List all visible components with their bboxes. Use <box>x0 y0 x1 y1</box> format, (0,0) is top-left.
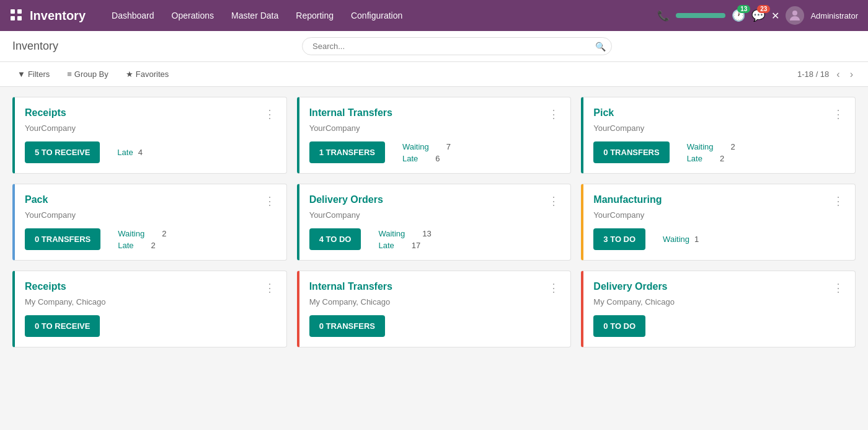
card-menu-button[interactable]: ⋮ <box>833 281 845 295</box>
card-manufacturing-1: Manufacturing ⋮ YourCompany 3 TO DO Wait… <box>581 184 856 261</box>
app-logo[interactable]: Inventory <box>30 9 86 23</box>
card-title[interactable]: Pick <box>593 107 614 119</box>
card-title[interactable]: Delivery Orders <box>593 281 667 292</box>
action-button[interactable]: 0 TRANSFERS <box>593 141 669 163</box>
card-body: 1 TRANSFERS Waiting 7 Late 6 <box>309 141 561 163</box>
card-body: 5 TO RECEIVE Late 4 <box>25 141 277 163</box>
search-icon: 🔍 <box>595 42 606 52</box>
stat-value-1: 6 <box>435 154 440 163</box>
card-internal-transfers-1: Internal Transfers ⋮ YourCompany 1 TRANS… <box>297 97 572 174</box>
menu-item-dashboard[interactable]: Dashboard <box>104 6 162 25</box>
stat-label: Waiting <box>663 235 689 244</box>
card-title[interactable]: Manufacturing <box>593 194 662 205</box>
svg-rect-1 <box>17 9 22 14</box>
card-header: Receipts ⋮ <box>25 281 277 295</box>
stat-value: 4 <box>138 148 143 157</box>
grid-icon[interactable] <box>10 9 22 23</box>
prev-page-button[interactable]: ‹ <box>834 68 842 81</box>
card-menu-button[interactable]: ⋮ <box>548 194 560 208</box>
groupby-label: Group By <box>74 69 108 79</box>
top-menu: Dashboard Operations Master Data Reporti… <box>104 6 657 25</box>
menu-item-reporting[interactable]: Reporting <box>288 6 341 25</box>
card-header: Pick ⋮ <box>593 107 845 121</box>
stat-label-1: Late <box>118 241 133 250</box>
card-menu-button[interactable]: ⋮ <box>548 107 560 121</box>
menu-item-operations[interactable]: Operations <box>164 6 221 25</box>
card-header: Internal Transfers ⋮ <box>309 107 561 121</box>
card-receipts-2: Receipts ⋮ My Company, Chicago 0 TO RECE… <box>12 271 287 347</box>
card-header: Pack ⋮ <box>25 194 277 208</box>
card-menu-button[interactable]: ⋮ <box>264 194 277 208</box>
card-menu-button[interactable]: ⋮ <box>548 281 560 295</box>
cards-grid: Receipts ⋮ YourCompany 5 TO RECEIVE Late… <box>0 87 868 357</box>
card-internal-transfers-2: Internal Transfers ⋮ My Company, Chicago… <box>297 271 572 347</box>
action-button[interactable]: 3 TO DO <box>593 228 645 250</box>
card-header: Receipts ⋮ <box>25 107 277 121</box>
svg-point-4 <box>792 11 797 16</box>
avatar <box>786 6 804 25</box>
svg-rect-2 <box>11 16 15 20</box>
action-button[interactable]: 1 TRANSFERS <box>309 141 385 163</box>
card-body: 0 TRANSFERS <box>309 315 561 337</box>
card-body: 0 TO RECEIVE <box>25 315 277 337</box>
card-body: 0 TO DO <box>593 315 845 337</box>
card-menu-button[interactable]: ⋮ <box>264 281 277 295</box>
activity-badge: 13 <box>737 5 750 13</box>
card-title[interactable]: Internal Transfers <box>309 281 392 292</box>
stat-label: Late <box>117 148 133 157</box>
card-menu-button[interactable]: ⋮ <box>264 107 277 121</box>
card-title[interactable]: Receipts <box>25 281 66 292</box>
action-button[interactable]: 0 TRANSFERS <box>309 315 385 337</box>
action-button[interactable]: 0 TO DO <box>593 315 645 337</box>
chat-icon[interactable]: 💬 23 <box>751 9 765 22</box>
card-header: Delivery Orders ⋮ <box>309 194 561 208</box>
favorites-button[interactable]: ★ Favorites <box>121 67 174 81</box>
groupby-icon: ≡ <box>67 69 72 79</box>
card-body: 0 TRANSFERS Waiting 2 Late 2 <box>593 141 845 163</box>
card-body: 4 TO DO Waiting 13 Late 17 <box>309 228 561 250</box>
action-button[interactable]: 5 TO RECEIVE <box>25 141 100 163</box>
groupby-button[interactable]: ≡ Group By <box>62 67 113 81</box>
close-icon[interactable]: ✕ <box>771 10 779 22</box>
star-icon: ★ <box>126 69 133 79</box>
card-pack-1: Pack ⋮ YourCompany 0 TRANSFERS Waiting 2… <box>12 184 287 261</box>
svg-rect-0 <box>11 9 15 14</box>
svg-rect-3 <box>17 16 22 20</box>
stat-label-0: Waiting <box>687 142 714 151</box>
card-title[interactable]: Internal Transfers <box>309 107 392 119</box>
chat-badge: 23 <box>757 5 770 13</box>
menu-item-configuration[interactable]: Configuration <box>343 6 410 25</box>
action-button[interactable]: 0 TRANSFERS <box>25 228 100 250</box>
action-button[interactable]: 4 TO DO <box>309 228 361 250</box>
phone-icon[interactable]: 📞 <box>657 10 670 22</box>
next-page-button[interactable]: › <box>848 68 856 81</box>
card-subtitle: YourCompany <box>593 210 845 220</box>
card-title[interactable]: Delivery Orders <box>309 194 383 205</box>
card-title[interactable]: Pack <box>25 194 48 205</box>
filters-button[interactable]: ▼ Filters <box>12 67 55 81</box>
action-button[interactable]: 0 TO RECEIVE <box>25 315 100 337</box>
stat-value-0: 7 <box>446 142 451 151</box>
pagination-controls: 1-18 / 18 ‹ › <box>797 68 856 81</box>
search-input[interactable] <box>302 37 612 55</box>
search-wrapper: 🔍 <box>302 37 612 55</box>
card-header: Manufacturing ⋮ <box>593 194 845 208</box>
stat-label-1: Late <box>687 154 702 163</box>
filter-bar: ▼ Filters ≡ Group By ★ Favorites 1-18 / … <box>0 62 868 87</box>
filter-icon: ▼ <box>17 69 25 79</box>
card-subtitle: YourCompany <box>309 123 561 133</box>
stat-label-0: Waiting <box>118 229 144 238</box>
stat-value-1: 2 <box>720 154 724 163</box>
card-body: 3 TO DO Waiting 1 <box>593 228 845 250</box>
card-title[interactable]: Receipts <box>25 107 66 119</box>
card-subtitle: My Company, Chicago <box>309 297 561 307</box>
stat-value: 1 <box>694 235 699 244</box>
username[interactable]: Administrator <box>810 11 858 20</box>
favorites-label: Favorites <box>136 69 169 79</box>
card-menu-button[interactable]: ⋮ <box>833 194 845 208</box>
stat-label-0: Waiting <box>378 229 405 238</box>
activity-icon[interactable]: 🕐 13 <box>732 9 745 22</box>
stat-label-1: Late <box>378 241 394 250</box>
menu-item-master-data[interactable]: Master Data <box>224 6 286 25</box>
card-menu-button[interactable]: ⋮ <box>833 107 845 121</box>
